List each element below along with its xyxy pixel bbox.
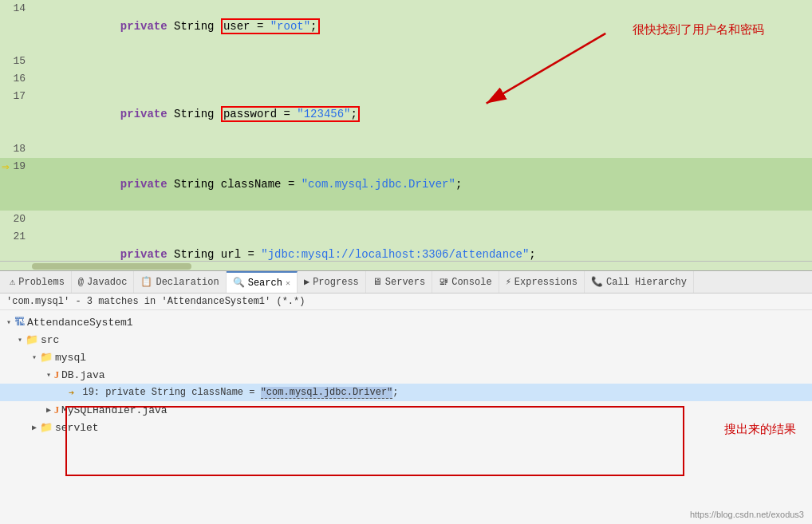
search-tab-icon: 🔍	[233, 277, 245, 289]
declaration-icon: 📋	[140, 276, 152, 288]
tree-label-result1: 19: private String className = "com.mysq…	[77, 387, 398, 398]
search-tree[interactable]: ▾ 🏗 AttendanceSystem1 ▾ 📁 src ▾ 📁 mysql …	[0, 310, 812, 524]
code-editor: 14 private String user = "root"; 15 16 1…	[0, 0, 812, 271]
java-file-icon: J	[54, 369, 59, 381]
expressions-icon: ⚡	[506, 276, 511, 288]
tree-label-src: src	[41, 334, 59, 346]
result-arrow-icon: ➔	[69, 387, 74, 399]
code-line-19: ⇒19 private String className = "com.mysq…	[0, 158, 812, 211]
tree-arrow-src[interactable]: ▾	[14, 335, 26, 345]
tab-bar: ⚠ Problems @ Javadoc 📋 Declaration 🔍 Sea…	[0, 271, 812, 294]
tree-arrow-mysqlhandler[interactable]: ▶	[43, 405, 54, 415]
tab-console[interactable]: 🖳 Console	[432, 271, 499, 294]
tree-node-servlet[interactable]: ▶ 📁 servlet	[0, 419, 812, 436]
tab-servers[interactable]: 🖥 Servers	[366, 271, 432, 294]
tab-search[interactable]: 🔍 Search ✕	[227, 271, 298, 294]
tab-javadoc[interactable]: @ Javadoc	[72, 271, 135, 294]
tree-arrow-servlet[interactable]: ▶	[29, 423, 40, 432]
annotation-top: 很快找到了用户名和密码	[633, 22, 764, 37]
callhierarchy-icon: 📞	[591, 276, 603, 288]
tree-arrow-result1	[57, 388, 69, 397]
tab-progress[interactable]: ▶ Progress	[298, 271, 366, 294]
bottom-panel: ⚠ Problems @ Javadoc 📋 Declaration 🔍 Sea…	[0, 271, 812, 524]
tree-arrow-mysql[interactable]: ▾	[29, 353, 40, 362]
project-icon: 🏗	[14, 317, 25, 329]
tree-node-dbjava[interactable]: ▾ J DB.java	[0, 366, 812, 384]
search-tab-close[interactable]: ✕	[286, 278, 290, 288]
watermark: https://blog.csdn.net/exodus3	[690, 510, 804, 519]
tree-label-mysql: mysql	[55, 352, 86, 364]
mysqlhandler-icon: J	[54, 404, 59, 416]
tree-node-src[interactable]: ▾ 📁 src	[0, 331, 812, 349]
src-folder-icon: 📁	[26, 333, 38, 346]
tree-label-servlet: servlet	[55, 422, 99, 434]
tree-label-dbjava: DB.java	[61, 369, 105, 381]
console-icon: 🖳	[439, 276, 448, 288]
progress-icon: ▶	[304, 276, 309, 288]
code-line-17: 17 private String password = "123456";	[0, 88, 812, 140]
code-line-15: 15	[0, 53, 812, 70]
code-line-20: 20	[0, 211, 812, 228]
tab-callhierarchy[interactable]: 📞 Call Hierarchy	[585, 271, 694, 294]
servers-icon: 🖥	[372, 276, 382, 288]
servlet-folder-icon: 📁	[40, 421, 53, 434]
tree-node-root[interactable]: ▾ 🏗 AttendanceSystem1	[0, 313, 812, 331]
code-table: 14 private String user = "root"; 15 16 1…	[0, 0, 812, 271]
tree-node-result1[interactable]: ➔ 19: private String className = "com.my…	[0, 384, 812, 401]
tree-arrow-dbjava[interactable]: ▾	[43, 370, 54, 380]
tab-expressions[interactable]: ⚡ Expressions	[499, 271, 585, 294]
javadoc-icon: @	[78, 277, 84, 288]
code-line-18: 18	[0, 140, 812, 158]
tree-node-mysqlhandler[interactable]: ▶ J MySQLHandler.java	[0, 401, 812, 419]
result-info: 'com.mysql' - 3 matches in 'AttendanceSy…	[0, 294, 812, 310]
mysql-folder-icon: 📁	[40, 351, 53, 364]
annotation-bottom: 搜出来的结果	[724, 422, 796, 437]
tree-node-mysql[interactable]: ▾ 📁 mysql	[0, 349, 812, 366]
tab-problems[interactable]: ⚠ Problems	[3, 271, 72, 294]
tree-arrow-root[interactable]: ▾	[3, 317, 14, 327]
tree-label-mysqlhandler: MySQLHandler.java	[61, 404, 168, 416]
tree-label-root: AttendanceSystem1	[27, 317, 133, 329]
problems-icon: ⚠	[10, 276, 15, 288]
tab-declaration[interactable]: 📋 Declaration	[134, 271, 226, 294]
code-line-16: 16	[0, 70, 812, 88]
